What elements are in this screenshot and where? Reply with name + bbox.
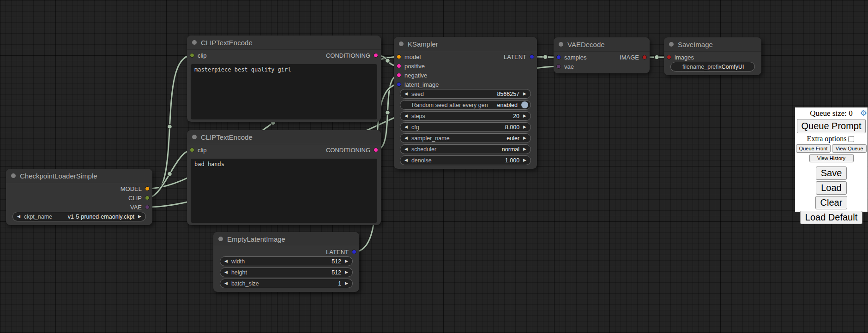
widget-right-arrow-icon[interactable]: ▶	[523, 158, 526, 162]
node-collapse-dot[interactable]	[669, 42, 674, 47]
output-port-model[interactable]	[145, 186, 150, 191]
widget-left-arrow-icon[interactable]: ◀	[224, 270, 228, 274]
input-port-negative[interactable]	[397, 73, 401, 77]
node-link-shadow	[147, 55, 192, 198]
node-link-shadow	[147, 150, 192, 198]
denoise-widget[interactable]: ◀ denoise 1.000 ▶	[400, 155, 531, 165]
widget-right-arrow-icon[interactable]: ▶	[523, 114, 526, 118]
scheduler-widget[interactable]: ◀ scheduler normal ▶	[400, 144, 531, 154]
widget-left-arrow-icon[interactable]: ◀	[404, 114, 408, 118]
seed-widget[interactable]: ◀ seed 8566257 ▶	[400, 89, 531, 99]
input-port-samples[interactable]	[556, 55, 561, 59]
prompt-textarea[interactable]: bad hands	[191, 159, 377, 223]
node-clip-text-encode-negative[interactable]: CLIPTextEncode clip CONDITIONING bad han…	[187, 130, 381, 225]
input-port-vae[interactable]	[556, 64, 561, 69]
filename-prefix-widget[interactable]: filename_prefix ComfyUI	[670, 62, 755, 71]
graph-canvas[interactable]: { "colors": { "model": "#f59c07", "clip"…	[0, 0, 868, 333]
link-midpoint-dot	[655, 55, 659, 59]
node-clip-text-encode-positive[interactable]: CLIPTextEncode clip CONDITIONING masterp…	[187, 36, 381, 122]
node-titlebar[interactable]: CLIPTextEncode	[187, 36, 381, 50]
node-titlebar[interactable]: VAEDecode	[554, 37, 650, 52]
view-history-button[interactable]: View History	[809, 154, 854, 162]
node-collapse-dot[interactable]	[11, 173, 16, 178]
queue-front-button[interactable]: Queue Front	[796, 144, 831, 153]
load-button[interactable]: Load	[816, 181, 847, 195]
widget-right-arrow-icon[interactable]: ▶	[523, 136, 526, 140]
batch-size-widget[interactable]: ◀ batch_size 1 ▶	[220, 279, 353, 288]
widget-label: batch_size	[231, 280, 259, 287]
save-button[interactable]: Save	[816, 166, 847, 180]
input-port-clip[interactable]	[190, 53, 194, 58]
widget-right-arrow-icon[interactable]: ▶	[345, 270, 348, 274]
widget-left-arrow-icon[interactable]: ◀	[404, 158, 408, 162]
queue-prompt-button[interactable]: Queue Prompt	[797, 119, 866, 133]
input-port-positive[interactable]	[397, 64, 401, 68]
node-vae-decode[interactable]: VAEDecode samples IMAGE vae	[554, 37, 650, 73]
widget-left-arrow-icon[interactable]: ◀	[404, 147, 408, 151]
node-titlebar[interactable]: CLIPTextEncode	[187, 130, 381, 144]
node-collapse-dot[interactable]	[399, 42, 404, 46]
load-default-button[interactable]: Load Default	[800, 211, 862, 224]
node-empty-latent-image[interactable]: EmptyLatentImage LATENT ◀ width 512 ▶ ◀ …	[213, 232, 359, 292]
node-collapse-dot[interactable]	[192, 135, 197, 139]
widget-right-arrow-icon[interactable]: ▶	[523, 125, 526, 129]
node-collapse-dot[interactable]	[218, 237, 223, 241]
node-title: VAEDecode	[567, 41, 605, 48]
widget-left-arrow-icon[interactable]: ◀	[224, 281, 228, 285]
widget-right-arrow-icon[interactable]: ▶	[345, 281, 348, 285]
output-port-conditioning[interactable]	[374, 53, 378, 58]
queue-size-label: Queue size: 0	[795, 107, 868, 118]
output-label: MODEL	[121, 185, 142, 192]
output-port-latent[interactable]	[530, 54, 534, 59]
settings-gear-icon[interactable]: ⚙	[860, 108, 867, 118]
output-label: LATENT	[326, 249, 349, 256]
node-collapse-dot[interactable]	[559, 42, 563, 47]
node-ksampler[interactable]: KSampler model LATENT positive negative …	[394, 37, 537, 169]
input-port-latent-image[interactable]	[397, 82, 401, 87]
node-titlebar[interactable]: SaveImage	[664, 37, 761, 52]
output-port-latent[interactable]	[352, 250, 356, 254]
output-port-clip[interactable]	[145, 196, 150, 200]
output-port-vae[interactable]	[145, 205, 150, 209]
node-link	[147, 55, 192, 198]
input-label: vae	[564, 63, 574, 70]
node-checkpoint-loader[interactable]: CheckpointLoaderSimple MODEL CLIP VAE ◀ …	[6, 169, 152, 225]
input-port-clip[interactable]	[190, 148, 194, 152]
node-collapse-dot[interactable]	[192, 40, 197, 45]
widget-right-arrow-icon[interactable]: ▶	[138, 214, 141, 219]
widget-label: Random seed after every gen	[412, 102, 488, 108]
width-widget[interactable]: ◀ width 512 ▶	[220, 256, 353, 266]
steps-widget[interactable]: ◀ steps 20 ▶	[400, 111, 531, 121]
input-port-model[interactable]	[397, 54, 401, 59]
extra-options-checkbox[interactable]	[848, 136, 854, 142]
clear-button[interactable]: Clear	[815, 196, 848, 209]
height-widget[interactable]: ◀ height 512 ▶	[220, 268, 353, 277]
widget-right-arrow-icon[interactable]: ▶	[345, 259, 348, 263]
toggle-dot[interactable]	[521, 101, 528, 108]
node-titlebar[interactable]: KSampler	[394, 37, 537, 51]
node-save-image[interactable]: SaveImage images filename_prefix ComfyUI	[664, 37, 761, 75]
output-port-conditioning[interactable]	[374, 148, 378, 152]
output-port-image[interactable]	[642, 55, 647, 59]
widget-right-arrow-icon[interactable]: ▶	[523, 92, 526, 96]
input-label: positive	[404, 63, 425, 70]
widget-left-arrow-icon[interactable]: ◀	[404, 92, 408, 96]
node-titlebar[interactable]: EmptyLatentImage	[213, 232, 359, 246]
input-label: negative	[404, 72, 427, 79]
output-label: IMAGE	[620, 54, 639, 61]
input-label: images	[675, 54, 694, 61]
widget-left-arrow-icon[interactable]: ◀	[404, 125, 408, 129]
ckpt-name-widget[interactable]: ◀ ckpt_name v1-5-pruned-emaonly.ckpt ▶	[12, 212, 146, 221]
view-queue-button[interactable]: View Queue	[832, 144, 867, 153]
prompt-textarea[interactable]: masterpiece best quality girl	[191, 64, 377, 119]
widget-left-arrow-icon[interactable]: ◀	[224, 259, 228, 263]
random-seed-toggle-widget[interactable]: Random seed after every gen enabled	[400, 100, 531, 110]
sampler-name-widget[interactable]: ◀ sampler_name euler ▶	[400, 133, 531, 143]
widget-left-arrow-icon[interactable]: ◀	[404, 136, 408, 140]
cfg-widget[interactable]: ◀ cfg 8.000 ▶	[400, 122, 531, 132]
node-titlebar[interactable]: CheckpointLoaderSimple	[6, 169, 152, 183]
widget-left-arrow-icon[interactable]: ◀	[17, 214, 20, 219]
input-port-images[interactable]	[667, 55, 671, 59]
widget-right-arrow-icon[interactable]: ▶	[523, 147, 526, 151]
extra-options-row: Extra options	[795, 135, 868, 143]
